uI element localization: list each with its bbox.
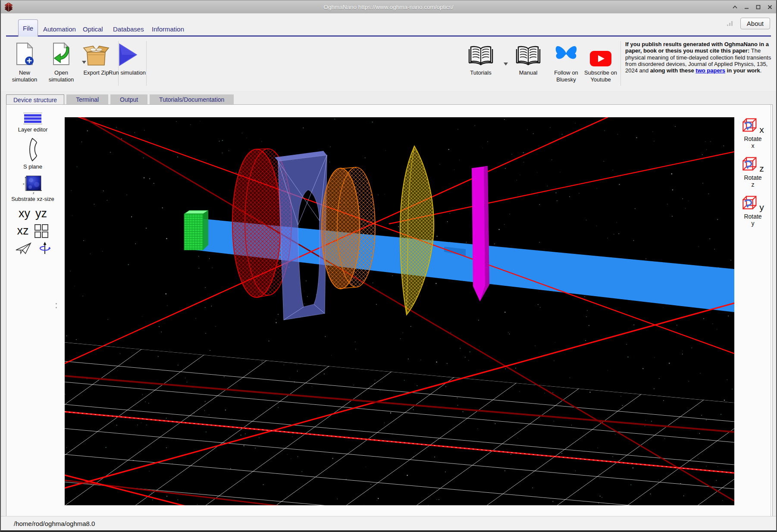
app-window: OghmaNano https://www.oghma-nano.com/opt… (0, 0, 777, 532)
youtube-button[interactable]: Subscribe on Youtube (582, 40, 619, 83)
toolbar-separator (620, 41, 621, 86)
rotate-y-label: Rotate y (734, 213, 771, 227)
right-splitter[interactable] (771, 105, 771, 516)
menu-tab-file[interactable]: File (18, 19, 38, 37)
window-minimize-button[interactable] (744, 4, 749, 10)
youtube-icon (582, 40, 619, 67)
floor-grid (65, 305, 734, 505)
svg-text:x: x (23, 182, 25, 185)
s-plane-label: S plane (7, 163, 58, 170)
substrate-icon: x z (7, 175, 58, 194)
menu-tab-information[interactable]: Information (147, 21, 188, 37)
two-papers-link[interactable]: two papers (696, 67, 725, 74)
rotate-controls: x Rotate x z Rotate z (734, 117, 771, 234)
svg-text:z: z (33, 191, 34, 194)
new-simulation-label: New simulation (6, 69, 43, 83)
light-rays (65, 117, 734, 505)
tutorials-dropdown-arrow-icon[interactable] (504, 63, 508, 66)
yellow-lens (400, 146, 434, 315)
layer-editor-label: Layer editor (7, 126, 58, 133)
book-icon (462, 40, 499, 67)
starfield (65, 119, 734, 505)
view-xz-button[interactable]: xz (17, 224, 29, 238)
toolbar: New simulation Open simulation (1, 37, 776, 91)
menu-bar: File Automation Optical Databases Inform… (1, 13, 776, 37)
working-directory-path: /home/rod/oghma/oghma8.0 (14, 520, 95, 527)
play-icon (109, 40, 146, 67)
tab-device-structure[interactable]: Device structure (6, 94, 64, 105)
youtube-label: Subscribe on Youtube (582, 69, 619, 83)
substrate-xz-size-button[interactable]: x z Substrate xz-size (7, 175, 58, 203)
manual-button[interactable]: Manual (510, 40, 547, 76)
menu-tab-optical[interactable]: Optical (78, 21, 107, 37)
open-simulation-label: Open simulation (43, 69, 80, 83)
axis-letter: x (759, 126, 764, 134)
s-plane-button[interactable]: S plane (7, 138, 58, 170)
tab-output[interactable]: Output (110, 94, 147, 105)
citation-text: If you publish results generated with Og… (625, 41, 777, 74)
device-structure-page: Layer editor S plane (6, 104, 773, 516)
window-title: OghmaNano https://www.oghma-nano.com/opt… (1, 4, 776, 10)
rotate-z-button[interactable]: z Rotate z (734, 156, 771, 188)
window-close-button[interactable] (767, 4, 773, 10)
axis-letter: z (759, 165, 764, 172)
tutorials-label: Tutorials (462, 69, 499, 76)
toolbar-separator (146, 41, 147, 86)
rotate-cube-icon (742, 156, 759, 172)
3d-scene-canvas[interactable] (65, 117, 734, 505)
view-xy-button[interactable]: xy (19, 207, 30, 220)
rotate-y-button[interactable]: y Rotate y (734, 195, 771, 227)
axis-letter: y (759, 203, 764, 211)
run-simulation-button[interactable]: Run simulation (109, 40, 146, 76)
open-document-icon (43, 40, 80, 67)
new-document-icon (6, 40, 43, 67)
manual-label: Manual (510, 69, 547, 76)
view-tab-bar: Device structure Terminal Output Tutoria… (6, 94, 234, 105)
tutorials-button[interactable]: Tutorials (462, 40, 499, 76)
rotate-x-button[interactable]: x Rotate x (734, 117, 771, 149)
rotate-axis-icon[interactable] (39, 242, 50, 255)
view-yz-button[interactable]: yz (35, 207, 47, 220)
bluesky-button[interactable]: Follow on Bluesky (548, 40, 585, 83)
bluesky-label: Follow on Bluesky (548, 69, 585, 83)
bluesky-butterfly-icon (548, 40, 585, 67)
title-bar[interactable]: OghmaNano https://www.oghma-nano.com/opt… (1, 0, 776, 13)
sidebar: Layer editor S plane (7, 106, 58, 258)
tab-tutorials-documentation[interactable]: Tutorials/Documentation (150, 94, 234, 105)
window-maximize-button[interactable] (755, 4, 761, 10)
rotate-cube-icon (742, 195, 759, 211)
substrate-xz-size-label: Substrate xz-size (7, 196, 58, 203)
orange-lens (322, 167, 375, 289)
menu-tab-automation[interactable]: Automation (39, 21, 80, 37)
window-shade-button[interactable] (732, 4, 738, 10)
layer-editor-button[interactable]: Layer editor (7, 113, 58, 133)
pane-splitter[interactable] (55, 303, 57, 313)
ray-trace-plane-icon[interactable] (15, 242, 31, 254)
menu-tab-databases[interactable]: Databases (109, 21, 148, 37)
run-simulation-label: Run simulation (109, 69, 146, 76)
layers-icon (7, 113, 58, 125)
magenta-filter (472, 166, 489, 301)
resize-grip-icon (727, 21, 733, 26)
book-icon (510, 40, 547, 67)
status-bar: /home/rod/oghma/oghma8.0 (1, 516, 776, 530)
emitter-block (184, 210, 208, 250)
new-simulation-button[interactable]: New simulation (6, 40, 43, 83)
open-simulation-button[interactable]: Open simulation (43, 40, 80, 83)
rotate-cube-icon (742, 117, 759, 134)
rotate-x-label: Rotate x (734, 135, 771, 149)
about-button[interactable]: About (740, 18, 770, 29)
tab-terminal[interactable]: Terminal (66, 94, 108, 105)
four-pane-grid-icon[interactable] (34, 224, 49, 238)
rotate-z-label: Rotate z (734, 174, 771, 188)
lens-plane-icon (7, 138, 58, 162)
